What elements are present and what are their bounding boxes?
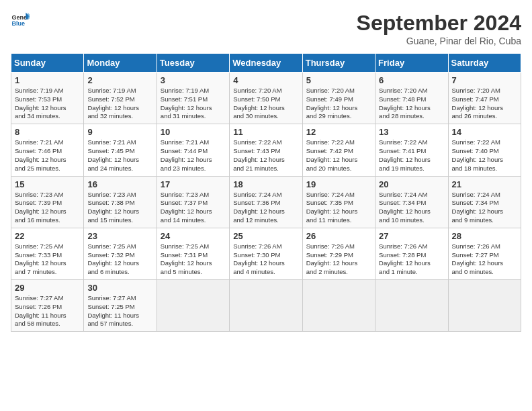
calendar-cell: 3Sunrise: 7:19 AM Sunset: 7:51 PM Daylig… [157, 73, 229, 124]
calendar-cell: 21Sunrise: 7:24 AM Sunset: 7:34 PM Dayli… [448, 176, 521, 228]
calendar-cell [157, 280, 229, 332]
calendar-subtitle: Guane, Pinar del Rio, Cuba [357, 36, 521, 46]
calendar-week-row: 8Sunrise: 7:21 AM Sunset: 7:46 PM Daylig… [11, 124, 521, 176]
calendar-cell [302, 280, 375, 332]
day-info: Sunrise: 7:19 AM Sunset: 7:52 PM Dayligh… [87, 87, 152, 121]
calendar-cell: 26Sunrise: 7:26 AM Sunset: 7:29 PM Dayli… [302, 228, 375, 279]
logo: General Blue [11, 11, 30, 30]
day-number: 29 [15, 283, 80, 293]
day-info: Sunrise: 7:22 AM Sunset: 7:42 PM Dayligh… [306, 138, 371, 173]
day-info: Sunrise: 7:25 AM Sunset: 7:31 PM Dayligh… [161, 242, 226, 277]
calendar-cell: 30Sunrise: 7:27 AM Sunset: 7:25 PM Dayli… [84, 280, 157, 332]
calendar-cell: 11Sunrise: 7:22 AM Sunset: 7:43 PM Dayli… [230, 124, 302, 176]
day-number: 20 [379, 179, 444, 189]
day-number: 8 [15, 127, 80, 137]
day-info: Sunrise: 7:26 AM Sunset: 7:30 PM Dayligh… [233, 242, 298, 277]
calendar-cell: 24Sunrise: 7:25 AM Sunset: 7:31 PM Dayli… [157, 228, 229, 279]
day-info: Sunrise: 7:22 AM Sunset: 7:41 PM Dayligh… [379, 138, 444, 173]
day-number: 30 [87, 283, 152, 293]
calendar-title: September 2024 [357, 11, 521, 36]
day-info: Sunrise: 7:24 AM Sunset: 7:35 PM Dayligh… [306, 191, 371, 225]
calendar-cell: 23Sunrise: 7:25 AM Sunset: 7:32 PM Dayli… [84, 228, 157, 279]
day-number: 13 [379, 127, 444, 137]
day-number: 3 [161, 75, 226, 85]
calendar-cell: 2Sunrise: 7:19 AM Sunset: 7:52 PM Daylig… [84, 73, 157, 124]
calendar-cell: 29Sunrise: 7:27 AM Sunset: 7:26 PM Dayli… [11, 280, 84, 332]
calendar-body: 1Sunrise: 7:19 AM Sunset: 7:53 PM Daylig… [11, 73, 521, 332]
calendar-cell: 28Sunrise: 7:26 AM Sunset: 7:27 PM Dayli… [448, 228, 521, 279]
day-info: Sunrise: 7:27 AM Sunset: 7:25 PM Dayligh… [87, 294, 152, 328]
day-number: 11 [233, 127, 298, 137]
day-number: 28 [452, 231, 517, 241]
day-info: Sunrise: 7:21 AM Sunset: 7:46 PM Dayligh… [15, 138, 80, 173]
page-header: General Blue September 2024 Guane, Pinar… [11, 11, 521, 46]
day-info: Sunrise: 7:20 AM Sunset: 7:48 PM Dayligh… [379, 87, 444, 121]
day-info: Sunrise: 7:25 AM Sunset: 7:33 PM Dayligh… [15, 242, 80, 277]
day-number: 23 [87, 231, 152, 241]
calendar-cell: 6Sunrise: 7:20 AM Sunset: 7:48 PM Daylig… [375, 73, 448, 124]
calendar-cell: 5Sunrise: 7:20 AM Sunset: 7:49 PM Daylig… [302, 73, 375, 124]
logo-icon: General Blue [11, 11, 30, 30]
day-info: Sunrise: 7:25 AM Sunset: 7:32 PM Dayligh… [87, 242, 152, 277]
calendar-cell: 10Sunrise: 7:21 AM Sunset: 7:44 PM Dayli… [157, 124, 229, 176]
day-info: Sunrise: 7:27 AM Sunset: 7:26 PM Dayligh… [15, 294, 80, 328]
calendar-cell: 9Sunrise: 7:21 AM Sunset: 7:45 PM Daylig… [84, 124, 157, 176]
calendar-cell: 14Sunrise: 7:22 AM Sunset: 7:40 PM Dayli… [448, 124, 521, 176]
calendar-week-row: 15Sunrise: 7:23 AM Sunset: 7:39 PM Dayli… [11, 176, 521, 228]
calendar-cell: 17Sunrise: 7:23 AM Sunset: 7:37 PM Dayli… [157, 176, 229, 228]
day-info: Sunrise: 7:20 AM Sunset: 7:49 PM Dayligh… [306, 87, 371, 121]
title-area: September 2024 Guane, Pinar del Rio, Cub… [357, 11, 521, 46]
day-number: 27 [379, 231, 444, 241]
day-info: Sunrise: 7:23 AM Sunset: 7:38 PM Dayligh… [87, 191, 152, 225]
day-info: Sunrise: 7:24 AM Sunset: 7:36 PM Dayligh… [233, 191, 298, 225]
day-of-week-header: Wednesday [230, 54, 302, 73]
day-number: 25 [233, 231, 298, 241]
day-of-week-header: Monday [84, 54, 157, 73]
calendar-cell: 16Sunrise: 7:23 AM Sunset: 7:38 PM Dayli… [84, 176, 157, 228]
day-number: 19 [306, 179, 371, 189]
day-number: 4 [233, 75, 298, 85]
calendar-week-row: 1Sunrise: 7:19 AM Sunset: 7:53 PM Daylig… [11, 73, 521, 124]
day-of-week-header: Friday [375, 54, 448, 73]
day-number: 14 [452, 127, 517, 137]
day-info: Sunrise: 7:21 AM Sunset: 7:44 PM Dayligh… [161, 138, 226, 173]
day-info: Sunrise: 7:22 AM Sunset: 7:40 PM Dayligh… [452, 138, 517, 173]
day-number: 15 [15, 179, 80, 189]
day-number: 5 [306, 75, 371, 85]
day-number: 1 [15, 75, 80, 85]
day-info: Sunrise: 7:26 AM Sunset: 7:29 PM Dayligh… [306, 242, 371, 277]
calendar-cell: 18Sunrise: 7:24 AM Sunset: 7:36 PM Dayli… [230, 176, 302, 228]
day-number: 9 [87, 127, 152, 137]
day-info: Sunrise: 7:19 AM Sunset: 7:51 PM Dayligh… [161, 87, 226, 121]
day-info: Sunrise: 7:20 AM Sunset: 7:47 PM Dayligh… [452, 87, 517, 121]
calendar-cell [448, 280, 521, 332]
day-info: Sunrise: 7:23 AM Sunset: 7:39 PM Dayligh… [15, 191, 80, 225]
day-number: 10 [161, 127, 226, 137]
day-of-week-header: Tuesday [157, 54, 229, 73]
svg-text:Blue: Blue [11, 20, 25, 27]
day-info: Sunrise: 7:24 AM Sunset: 7:34 PM Dayligh… [452, 191, 517, 225]
day-number: 22 [15, 231, 80, 241]
calendar-cell: 13Sunrise: 7:22 AM Sunset: 7:41 PM Dayli… [375, 124, 448, 176]
day-number: 17 [161, 179, 226, 189]
day-number: 18 [233, 179, 298, 189]
day-info: Sunrise: 7:26 AM Sunset: 7:27 PM Dayligh… [452, 242, 517, 277]
calendar-cell: 20Sunrise: 7:24 AM Sunset: 7:34 PM Dayli… [375, 176, 448, 228]
day-number: 16 [87, 179, 152, 189]
days-of-week-row: SundayMondayTuesdayWednesdayThursdayFrid… [11, 54, 521, 73]
day-number: 6 [379, 75, 444, 85]
day-info: Sunrise: 7:21 AM Sunset: 7:45 PM Dayligh… [87, 138, 152, 173]
calendar-cell: 22Sunrise: 7:25 AM Sunset: 7:33 PM Dayli… [11, 228, 84, 279]
day-number: 26 [306, 231, 371, 241]
calendar-cell [230, 280, 302, 332]
calendar-cell: 27Sunrise: 7:26 AM Sunset: 7:28 PM Dayli… [375, 228, 448, 279]
day-of-week-header: Sunday [11, 54, 84, 73]
calendar-cell: 1Sunrise: 7:19 AM Sunset: 7:53 PM Daylig… [11, 73, 84, 124]
day-info: Sunrise: 7:20 AM Sunset: 7:50 PM Dayligh… [233, 87, 298, 121]
calendar-cell: 8Sunrise: 7:21 AM Sunset: 7:46 PM Daylig… [11, 124, 84, 176]
calendar-table: SundayMondayTuesdayWednesdayThursdayFrid… [11, 53, 521, 332]
day-of-week-header: Thursday [302, 54, 375, 73]
day-number: 24 [161, 231, 226, 241]
calendar-cell: 15Sunrise: 7:23 AM Sunset: 7:39 PM Dayli… [11, 176, 84, 228]
calendar-cell: 19Sunrise: 7:24 AM Sunset: 7:35 PM Dayli… [302, 176, 375, 228]
